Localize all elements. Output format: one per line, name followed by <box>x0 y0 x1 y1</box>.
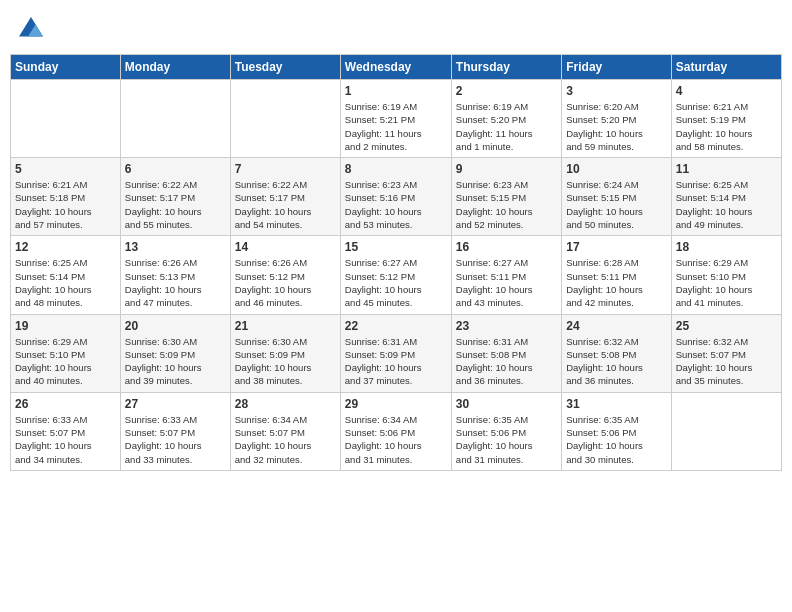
week-row-5: 26Sunrise: 6:33 AMSunset: 5:07 PMDayligh… <box>11 392 782 470</box>
day-header-friday: Friday <box>562 55 671 80</box>
day-number: 13 <box>125 240 226 254</box>
day-number: 9 <box>456 162 557 176</box>
calendar-cell: 14Sunrise: 6:26 AMSunset: 5:12 PMDayligh… <box>230 236 340 314</box>
day-info: Sunrise: 6:19 AMSunset: 5:20 PMDaylight:… <box>456 100 557 153</box>
calendar-cell: 7Sunrise: 6:22 AMSunset: 5:17 PMDaylight… <box>230 158 340 236</box>
day-number: 16 <box>456 240 557 254</box>
day-header-sunday: Sunday <box>11 55 121 80</box>
page-header <box>10 10 782 48</box>
day-info: Sunrise: 6:27 AMSunset: 5:11 PMDaylight:… <box>456 256 557 309</box>
day-info: Sunrise: 6:30 AMSunset: 5:09 PMDaylight:… <box>125 335 226 388</box>
day-info: Sunrise: 6:34 AMSunset: 5:06 PMDaylight:… <box>345 413 447 466</box>
day-number: 22 <box>345 319 447 333</box>
day-info: Sunrise: 6:21 AMSunset: 5:19 PMDaylight:… <box>676 100 777 153</box>
day-info: Sunrise: 6:23 AMSunset: 5:15 PMDaylight:… <box>456 178 557 231</box>
day-number: 5 <box>15 162 116 176</box>
calendar-cell: 1Sunrise: 6:19 AMSunset: 5:21 PMDaylight… <box>340 80 451 158</box>
day-number: 30 <box>456 397 557 411</box>
calendar-cell: 3Sunrise: 6:20 AMSunset: 5:20 PMDaylight… <box>562 80 671 158</box>
calendar-cell: 10Sunrise: 6:24 AMSunset: 5:15 PMDayligh… <box>562 158 671 236</box>
week-row-1: 1Sunrise: 6:19 AMSunset: 5:21 PMDaylight… <box>11 80 782 158</box>
logo-icon <box>16 14 46 44</box>
day-number: 12 <box>15 240 116 254</box>
day-info: Sunrise: 6:26 AMSunset: 5:13 PMDaylight:… <box>125 256 226 309</box>
calendar-cell <box>230 80 340 158</box>
day-info: Sunrise: 6:22 AMSunset: 5:17 PMDaylight:… <box>235 178 336 231</box>
day-info: Sunrise: 6:21 AMSunset: 5:18 PMDaylight:… <box>15 178 116 231</box>
day-info: Sunrise: 6:31 AMSunset: 5:09 PMDaylight:… <box>345 335 447 388</box>
logo <box>16 14 50 44</box>
calendar-cell <box>671 392 781 470</box>
day-info: Sunrise: 6:32 AMSunset: 5:07 PMDaylight:… <box>676 335 777 388</box>
day-number: 25 <box>676 319 777 333</box>
calendar-cell: 8Sunrise: 6:23 AMSunset: 5:16 PMDaylight… <box>340 158 451 236</box>
calendar-cell: 28Sunrise: 6:34 AMSunset: 5:07 PMDayligh… <box>230 392 340 470</box>
calendar-cell: 21Sunrise: 6:30 AMSunset: 5:09 PMDayligh… <box>230 314 340 392</box>
calendar-cell: 20Sunrise: 6:30 AMSunset: 5:09 PMDayligh… <box>120 314 230 392</box>
day-info: Sunrise: 6:32 AMSunset: 5:08 PMDaylight:… <box>566 335 666 388</box>
calendar-table: SundayMondayTuesdayWednesdayThursdayFrid… <box>10 54 782 471</box>
day-info: Sunrise: 6:33 AMSunset: 5:07 PMDaylight:… <box>15 413 116 466</box>
calendar-cell: 12Sunrise: 6:25 AMSunset: 5:14 PMDayligh… <box>11 236 121 314</box>
calendar-cell: 24Sunrise: 6:32 AMSunset: 5:08 PMDayligh… <box>562 314 671 392</box>
day-number: 11 <box>676 162 777 176</box>
day-number: 24 <box>566 319 666 333</box>
calendar-cell: 15Sunrise: 6:27 AMSunset: 5:12 PMDayligh… <box>340 236 451 314</box>
day-info: Sunrise: 6:25 AMSunset: 5:14 PMDaylight:… <box>676 178 777 231</box>
calendar-cell: 26Sunrise: 6:33 AMSunset: 5:07 PMDayligh… <box>11 392 121 470</box>
day-info: Sunrise: 6:31 AMSunset: 5:08 PMDaylight:… <box>456 335 557 388</box>
day-info: Sunrise: 6:27 AMSunset: 5:12 PMDaylight:… <box>345 256 447 309</box>
day-header-monday: Monday <box>120 55 230 80</box>
day-number: 27 <box>125 397 226 411</box>
calendar-cell: 29Sunrise: 6:34 AMSunset: 5:06 PMDayligh… <box>340 392 451 470</box>
day-info: Sunrise: 6:35 AMSunset: 5:06 PMDaylight:… <box>566 413 666 466</box>
day-number: 3 <box>566 84 666 98</box>
day-info: Sunrise: 6:29 AMSunset: 5:10 PMDaylight:… <box>15 335 116 388</box>
day-number: 19 <box>15 319 116 333</box>
calendar-header-row: SundayMondayTuesdayWednesdayThursdayFrid… <box>11 55 782 80</box>
day-number: 15 <box>345 240 447 254</box>
calendar-cell <box>11 80 121 158</box>
day-header-saturday: Saturday <box>671 55 781 80</box>
day-info: Sunrise: 6:30 AMSunset: 5:09 PMDaylight:… <box>235 335 336 388</box>
day-info: Sunrise: 6:26 AMSunset: 5:12 PMDaylight:… <box>235 256 336 309</box>
week-row-2: 5Sunrise: 6:21 AMSunset: 5:18 PMDaylight… <box>11 158 782 236</box>
calendar-cell: 6Sunrise: 6:22 AMSunset: 5:17 PMDaylight… <box>120 158 230 236</box>
day-info: Sunrise: 6:22 AMSunset: 5:17 PMDaylight:… <box>125 178 226 231</box>
calendar-cell: 17Sunrise: 6:28 AMSunset: 5:11 PMDayligh… <box>562 236 671 314</box>
day-number: 8 <box>345 162 447 176</box>
day-number: 1 <box>345 84 447 98</box>
calendar-cell: 2Sunrise: 6:19 AMSunset: 5:20 PMDaylight… <box>451 80 561 158</box>
week-row-3: 12Sunrise: 6:25 AMSunset: 5:14 PMDayligh… <box>11 236 782 314</box>
day-number: 28 <box>235 397 336 411</box>
day-info: Sunrise: 6:29 AMSunset: 5:10 PMDaylight:… <box>676 256 777 309</box>
calendar-cell: 11Sunrise: 6:25 AMSunset: 5:14 PMDayligh… <box>671 158 781 236</box>
day-number: 17 <box>566 240 666 254</box>
calendar-cell: 31Sunrise: 6:35 AMSunset: 5:06 PMDayligh… <box>562 392 671 470</box>
day-number: 21 <box>235 319 336 333</box>
day-number: 31 <box>566 397 666 411</box>
day-info: Sunrise: 6:33 AMSunset: 5:07 PMDaylight:… <box>125 413 226 466</box>
calendar-cell: 5Sunrise: 6:21 AMSunset: 5:18 PMDaylight… <box>11 158 121 236</box>
day-number: 20 <box>125 319 226 333</box>
day-number: 14 <box>235 240 336 254</box>
day-header-thursday: Thursday <box>451 55 561 80</box>
day-number: 23 <box>456 319 557 333</box>
day-header-wednesday: Wednesday <box>340 55 451 80</box>
week-row-4: 19Sunrise: 6:29 AMSunset: 5:10 PMDayligh… <box>11 314 782 392</box>
day-info: Sunrise: 6:34 AMSunset: 5:07 PMDaylight:… <box>235 413 336 466</box>
calendar-cell: 13Sunrise: 6:26 AMSunset: 5:13 PMDayligh… <box>120 236 230 314</box>
day-info: Sunrise: 6:25 AMSunset: 5:14 PMDaylight:… <box>15 256 116 309</box>
calendar-cell: 18Sunrise: 6:29 AMSunset: 5:10 PMDayligh… <box>671 236 781 314</box>
calendar-cell: 27Sunrise: 6:33 AMSunset: 5:07 PMDayligh… <box>120 392 230 470</box>
day-info: Sunrise: 6:28 AMSunset: 5:11 PMDaylight:… <box>566 256 666 309</box>
day-number: 7 <box>235 162 336 176</box>
calendar-cell: 19Sunrise: 6:29 AMSunset: 5:10 PMDayligh… <box>11 314 121 392</box>
day-info: Sunrise: 6:35 AMSunset: 5:06 PMDaylight:… <box>456 413 557 466</box>
day-number: 29 <box>345 397 447 411</box>
calendar-cell <box>120 80 230 158</box>
calendar-cell: 25Sunrise: 6:32 AMSunset: 5:07 PMDayligh… <box>671 314 781 392</box>
day-info: Sunrise: 6:23 AMSunset: 5:16 PMDaylight:… <box>345 178 447 231</box>
day-header-tuesday: Tuesday <box>230 55 340 80</box>
day-info: Sunrise: 6:20 AMSunset: 5:20 PMDaylight:… <box>566 100 666 153</box>
